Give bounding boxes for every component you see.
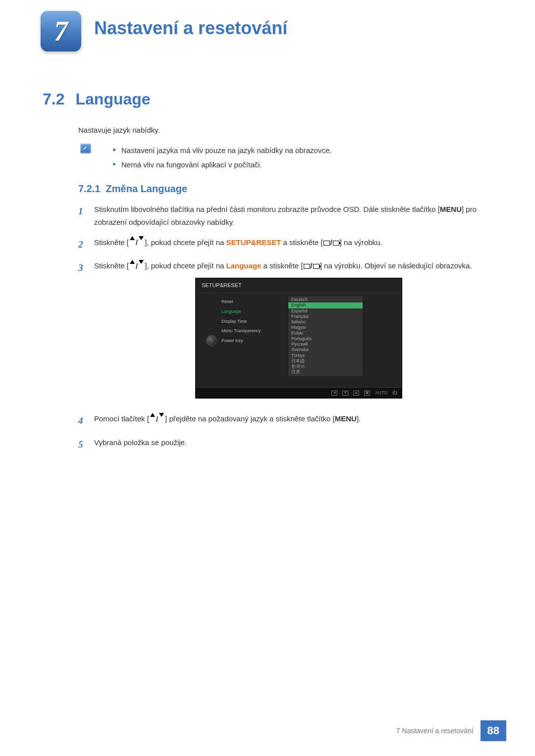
osd-lang-item: 汉语 bbox=[291, 369, 360, 375]
osd-nav-up-icon: ▲ bbox=[353, 391, 359, 396]
osd-left-menu: Reset Language Display Time Menu Transpa… bbox=[221, 296, 288, 376]
step-number: 3 bbox=[78, 259, 85, 406]
osd-menu-item: Power Key bbox=[221, 336, 288, 346]
up-down-icon: / bbox=[150, 413, 164, 426]
step-text: Stiskněte [/], pokud chcete přejít na La… bbox=[94, 259, 472, 406]
osd-lang-item: Português bbox=[291, 336, 360, 342]
note-item: Nastavení jazyka má vliv pouze na jazyk … bbox=[113, 144, 490, 158]
osd-lang-item: Français bbox=[291, 314, 360, 319]
step-text: Stisknutím libovolného tlačítka na předn… bbox=[94, 203, 492, 229]
language-label: Language bbox=[226, 261, 262, 270]
osd-lang-item: 日本語 bbox=[291, 358, 360, 364]
osd-footer: ◄ ▼ ▲ ▣ AUTO ⏻ bbox=[196, 387, 402, 399]
osd-lang-item: Svenska bbox=[291, 347, 360, 353]
menu-key-label: MENU bbox=[440, 205, 462, 213]
note-item: Nemá vliv na fungování aplikací v počíta… bbox=[113, 158, 490, 172]
step-2: 2 Stiskněte [/], pokud chcete přejít na … bbox=[78, 236, 492, 252]
osd-lang-item: Deutsch bbox=[291, 297, 360, 302]
step-number: 1 bbox=[78, 203, 85, 229]
osd-nav-down-icon: ▼ bbox=[342, 391, 348, 396]
section-heading: 7.2 Language bbox=[43, 90, 151, 108]
intro-text: Nastavuje jazyk nabídky. bbox=[78, 126, 160, 134]
enter-icon bbox=[333, 241, 339, 246]
steps-list: 1 Stisknutím libovolného tlačítka na pře… bbox=[78, 203, 492, 459]
bullet-icon bbox=[113, 163, 115, 165]
step-number: 2 bbox=[78, 236, 85, 252]
osd-menu-item-selected: Language bbox=[221, 307, 288, 317]
osd-screenshot: SETUP&RESET Reset Language Display Time … bbox=[195, 278, 402, 399]
section-title: Language bbox=[75, 90, 150, 108]
up-down-icon: / bbox=[130, 260, 144, 273]
osd-nav-left-icon: ◄ bbox=[331, 391, 337, 396]
subsection-heading: 7.2.1 Změna Language bbox=[78, 183, 187, 195]
chapter-number: 7 bbox=[54, 15, 68, 47]
osd-lang-item: Русский bbox=[291, 342, 360, 347]
section-number: 7.2 bbox=[43, 90, 64, 108]
footer-chapter-label: 7 Nastavení a resetování bbox=[389, 727, 481, 735]
chapter-title: Nastavení a resetování bbox=[94, 18, 287, 39]
note-icon bbox=[80, 144, 91, 153]
step-text: Pomocí tlačítek [/] přejděte na požadova… bbox=[94, 412, 361, 429]
page-footer: 7 Nastavení a resetování 88 bbox=[389, 720, 506, 741]
chapter-badge: 7 bbox=[41, 11, 81, 51]
menu-key-label: MENU bbox=[335, 414, 357, 423]
subsection-title: Změna Language bbox=[106, 183, 187, 194]
osd-lang-item: 한국어 bbox=[291, 364, 360, 369]
osd-menu-item: Reset bbox=[221, 297, 288, 307]
source-icon bbox=[323, 241, 330, 246]
osd-language-list: Deutsch English Español Français Italian… bbox=[288, 296, 363, 376]
note-text: Nastavení jazyka má vliv pouze na jazyk … bbox=[121, 144, 331, 158]
note-text: Nemá vliv na fungování aplikací v počíta… bbox=[121, 158, 262, 172]
note-list: Nastavení jazyka má vliv pouze na jazyk … bbox=[113, 144, 490, 172]
step-1: 1 Stisknutím libovolného tlačítka na pře… bbox=[78, 203, 492, 229]
step-5: 5 Vybraná položka se použije. bbox=[78, 436, 492, 453]
step-3: 3 Stiskněte [/], pokud chcete přejít na … bbox=[78, 259, 492, 406]
step-4: 4 Pomocí tlačítek [/] přejděte na požado… bbox=[78, 412, 492, 429]
osd-menu-item: Display Time bbox=[221, 317, 288, 327]
osd-lang-item: Türkçe bbox=[291, 353, 360, 358]
osd-nav-enter-icon: ▣ bbox=[364, 391, 370, 396]
step-text: Stiskněte [/], pokud chcete přejít na SE… bbox=[94, 236, 382, 252]
step-text: Vybraná položka se použije. bbox=[94, 436, 187, 453]
bullet-icon bbox=[113, 149, 115, 151]
subsection-number: 7.2.1 bbox=[78, 183, 100, 194]
osd-lang-item: Magyar bbox=[291, 325, 360, 330]
osd-lang-item-highlighted: English bbox=[288, 302, 363, 308]
osd-power-icon: ⏻ bbox=[392, 389, 397, 397]
setupreset-label: SETUP&RESET bbox=[226, 238, 281, 247]
footer-page-number: 88 bbox=[481, 720, 506, 741]
step-number: 5 bbox=[78, 436, 85, 453]
osd-knob-graphic bbox=[202, 296, 221, 376]
osd-lang-item: Italiano bbox=[291, 319, 360, 325]
osd-title: SETUP&RESET bbox=[196, 278, 402, 293]
osd-menu-item: Menu Transparency bbox=[221, 326, 288, 336]
osd-lang-item: Polski bbox=[291, 331, 360, 336]
up-down-icon: / bbox=[130, 236, 144, 249]
osd-lang-item: Español bbox=[291, 308, 360, 314]
step-number: 4 bbox=[78, 412, 85, 429]
source-icon bbox=[304, 264, 310, 269]
osd-auto-label: AUTO bbox=[375, 389, 387, 397]
enter-icon bbox=[313, 264, 320, 269]
